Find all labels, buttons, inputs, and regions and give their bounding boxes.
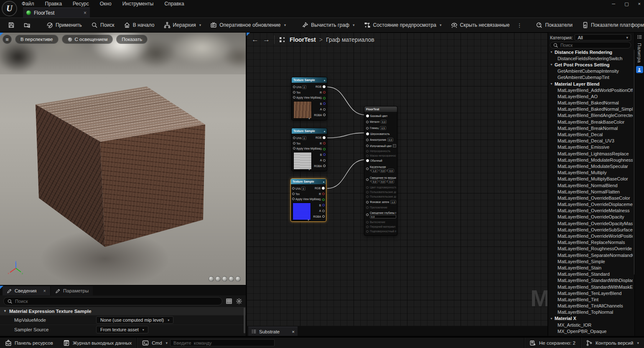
palette-item[interactable]: MatLayerBlend_OverrideOpacityMask — [548, 220, 633, 226]
unsaved-button[interactable]: Не сохранено: 2 — [524, 338, 580, 348]
node-expand-icon[interactable]: ▾ — [308, 117, 310, 120]
output-pin-g[interactable] — [323, 148, 326, 150]
palette-item[interactable]: MX_OpenPBR_Opaque — [548, 328, 633, 334]
palette-item[interactable]: MatLayerBlend_Decal_UV3 — [548, 138, 633, 144]
pin-value-box[interactable]: 0,0 — [388, 180, 394, 183]
input-pin[interactable] — [293, 137, 295, 139]
grid-view-icon[interactable] — [226, 298, 232, 305]
pin-value-box[interactable]: 0,0 — [370, 215, 396, 218]
palette-item[interactable]: MatLayerBlend_ReplaceNormals — [548, 239, 633, 246]
output-pin-r[interactable] — [323, 91, 326, 94]
input-pin[interactable] — [366, 213, 369, 216]
output-pin-g[interactable] — [322, 198, 325, 201]
output-pin-a[interactable] — [322, 210, 325, 212]
forward-arrow-icon[interactable]: → — [263, 36, 270, 44]
palette-item[interactable]: MatLayerBlend_MultiplyBaseColor — [548, 176, 633, 182]
palette-icon[interactable] — [637, 34, 642, 40]
palette-item[interactable]: MatLayerBlend_BakedNormal_Simple — [548, 106, 633, 112]
input-pin[interactable] — [366, 132, 369, 135]
pin-value-box[interactable]: 0,0 — [380, 169, 386, 173]
minimize-button[interactable]: ─ — [612, 1, 615, 6]
substrate-tab-close-icon[interactable]: × — [292, 329, 295, 334]
close-button[interactable]: × — [638, 1, 641, 6]
category-dropdown[interactable]: All ▾ — [575, 34, 631, 41]
palette-item[interactable]: MatLayerBlend_OverrideOpacity — [548, 214, 633, 220]
material-graph-canvas[interactable]: ← → FloorTest > Граф материалов Texture … — [247, 33, 547, 336]
source-control-button[interactable]: Контроль версий ▾ — [581, 338, 644, 348]
output-pin-a[interactable] — [323, 108, 326, 111]
save-button[interactable] — [4, 20, 18, 30]
palette-item[interactable]: MatLayerBlend_BreakBaseColor — [548, 119, 633, 125]
palette-item[interactable]: MatLayerBlend_NormalBlend — [548, 182, 633, 188]
pin-value-box[interactable]: 1,0 — [390, 200, 396, 204]
palette-item[interactable]: MatLayerBlend_RoughnessOverride — [548, 246, 633, 252]
preview-shape-plane-button[interactable] — [222, 276, 227, 282]
palette-item[interactable]: MatLayerBlend_TintAllChannels — [548, 303, 633, 309]
palette-item[interactable]: MatLayerBlend_BlendAngleCorrectedNormals — [548, 112, 633, 119]
input-pin[interactable] — [366, 114, 369, 117]
palette-item[interactable]: MX_Artistic_IOR — [548, 322, 633, 328]
input-value-box[interactable]: 0 — [302, 85, 306, 89]
palette-item[interactable]: MatLayerBlend_ModulateSpecular — [548, 163, 633, 169]
show-button[interactable]: Показать — [116, 35, 148, 44]
pin-value-box[interactable]: 0,0 — [380, 180, 386, 183]
menu-Ресурс[interactable]: Ресурс — [73, 1, 89, 7]
output-pin-b[interactable] — [323, 102, 326, 105]
pin-value-box[interactable]: 1,0 — [372, 169, 377, 173]
palette-item[interactable]: GetAmbientCubemapIntensity — [548, 68, 633, 74]
palette-item[interactable]: MatLayerBlend_Multiply — [548, 170, 633, 176]
palette-item[interactable]: DistanceFieldsRenderingSwitch — [548, 55, 633, 61]
back-arrow-icon[interactable]: ← — [252, 36, 259, 44]
input-pin[interactable] — [366, 159, 369, 162]
palette-item[interactable]: MatLayerBlend_StandardWithMaskEmissive — [548, 284, 633, 290]
tab-substrate[interactable]: Substrate × — [248, 327, 298, 336]
browse-button[interactable] — [20, 20, 34, 30]
palette-item[interactable]: MatLayerBlend_StandardWithDisplacement — [548, 277, 633, 284]
maximize-button[interactable]: ▢ — [624, 1, 629, 7]
hierarchy-button[interactable]: Иерархия▾ — [160, 20, 205, 30]
input-pin[interactable] — [293, 86, 295, 88]
output-pin-rgba[interactable] — [323, 165, 326, 167]
output-pin-b[interactable] — [323, 153, 326, 156]
output-pin-a[interactable] — [323, 159, 326, 162]
more-options-button[interactable]: ⋮ — [515, 20, 524, 30]
input-value-box[interactable]: 0 — [302, 136, 306, 140]
preview-state-button[interactable]: Состояние предпросмотра▾ — [360, 20, 445, 30]
pin-value-box[interactable]: 0,0 — [387, 138, 393, 142]
input-pin[interactable] — [292, 193, 295, 195]
input-value-box[interactable]: 0 — [301, 187, 305, 191]
palette-item[interactable]: MatLayerBlend_NormalFlatten — [548, 188, 633, 195]
palette-search-input[interactable] — [560, 43, 628, 48]
palette-item[interactable]: MatLayerBlend_AddWorldPositionOffset — [548, 87, 633, 93]
input-pin[interactable] — [293, 142, 295, 145]
cmd-dropdown[interactable]: Cmd ▾ — [137, 338, 168, 348]
palette-item[interactable]: MatLayerBlend_TenLayerBlend — [548, 290, 633, 296]
input-pin[interactable] — [292, 198, 295, 200]
texture-sample-node-1[interactable]: Texture Sample▴UVs0TexApply View MipBias… — [291, 77, 327, 120]
preview-shape-sphere-button[interactable] — [215, 276, 221, 282]
details-section-header[interactable]: ▼ Material Expression Texture Sample — [0, 307, 246, 315]
preview-shape-cylinder-button[interactable] — [209, 276, 214, 282]
menu-Файл[interactable]: Файл — [22, 1, 34, 7]
node-expand-icon[interactable]: ▾ — [308, 218, 309, 222]
output-pin-rgb[interactable] — [323, 136, 326, 139]
tab-details[interactable]: Сведения × — [3, 286, 50, 295]
search-button[interactable]: Поиск — [87, 20, 118, 30]
texture-sample-node-3[interactable]: Texture Sample▴UVs0TexApply View MipBias… — [290, 178, 326, 222]
palette-search-box[interactable] — [550, 42, 631, 48]
palette-item[interactable]: MatLayerBlend_Emissive — [548, 144, 633, 150]
input-pin[interactable] — [366, 201, 369, 203]
details-scrollbar[interactable] — [244, 307, 245, 333]
palette-item[interactable]: MatLayerBlend_Stain — [548, 264, 633, 271]
input-pin[interactable] — [366, 121, 369, 123]
details-search-input[interactable] — [15, 299, 219, 304]
output-pin-rgb[interactable] — [322, 187, 325, 190]
clean-graph-button[interactable]: Вычистить граф▾ — [298, 20, 358, 30]
preview-shape-teapot-button[interactable] — [235, 276, 241, 282]
node-header[interactable]: Texture Sample▴ — [292, 77, 327, 83]
lit-mode-button[interactable]: С освещением — [62, 35, 113, 44]
palette-item[interactable]: MatLayerBlend_ModulateRoughness — [548, 157, 633, 163]
output-pin-rgb[interactable] — [323, 85, 326, 88]
palette-item[interactable]: MatLayerBlend_Decal — [548, 131, 633, 137]
details-tab-close-icon[interactable]: × — [43, 288, 46, 293]
